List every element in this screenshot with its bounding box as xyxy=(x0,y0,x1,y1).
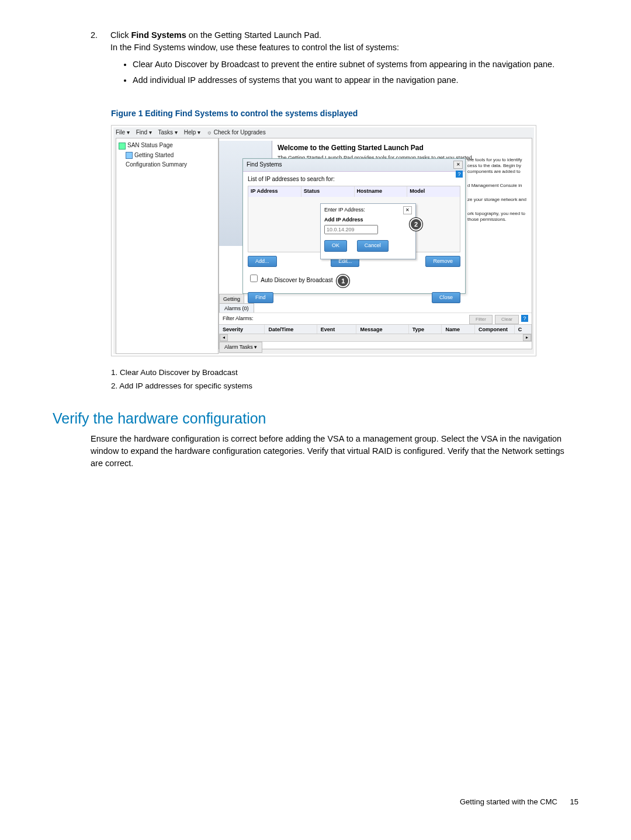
section-heading: Verify the hardware configuration xyxy=(53,408,578,429)
auto-discover-label: Auto Discover by Broadcast xyxy=(261,277,332,283)
navigation-pane: SAN Status Page Getting Started Configur… xyxy=(116,138,219,354)
menu-find[interactable]: Find ▾ xyxy=(136,129,152,136)
getting-started-icon xyxy=(126,152,133,159)
col-status: Status xyxy=(301,186,355,197)
menu-tasks[interactable]: Tasks ▾ xyxy=(158,129,178,136)
tip-2: d Management Console in xyxy=(467,183,529,189)
remove-button[interactable]: Remove xyxy=(425,256,460,267)
step-text-line2: In the Find Systems window, use these fe… xyxy=(110,43,399,52)
scroll-left-icon[interactable]: ◂ xyxy=(220,334,228,341)
filter-label: Filter Alarms: xyxy=(223,315,254,321)
screenshot-figure: File ▾ Find ▾ Tasks ▾ Help ▾ ☼ Check for… xyxy=(111,125,536,356)
page-number: 15 xyxy=(570,797,578,806)
horizontal-scrollbar[interactable]: ◂ ▸ xyxy=(219,334,532,342)
nav-label-2: Getting Started xyxy=(134,152,174,158)
step-list: 2. Click Find Systems on the Getting Sta… xyxy=(91,29,578,97)
tip-4: ork topography, you need to those permis… xyxy=(467,211,529,223)
welcome-title: Welcome to the Getting Started Launch Pa… xyxy=(278,143,532,153)
enter-ip-bold: Add IP Address xyxy=(324,216,412,224)
step-2: 2. Click Find Systems on the Getting Sta… xyxy=(91,29,578,97)
section-body: Ensure the hardware configuration is cor… xyxy=(91,433,578,470)
step-text-bold: Find Systems xyxy=(131,30,186,40)
ip-list-label: List of IP addresses to search for: xyxy=(248,176,335,182)
step-bullets: Clear Auto Discover by Broadcast to prev… xyxy=(110,58,578,86)
step-text-a: Click xyxy=(110,30,131,40)
auto-discover-checkbox[interactable] xyxy=(250,275,258,282)
enter-ip-title: Enter IP Address: ✕ xyxy=(324,206,412,214)
find-systems-title: Find Systems ✕ ? xyxy=(243,159,465,172)
figure-legend: 1. Clear Auto Discover by Broadcast 2. A… xyxy=(111,367,578,391)
find-systems-help-icon[interactable]: ? xyxy=(456,171,463,178)
callout-1: 1 xyxy=(337,275,349,287)
enter-ip-close-icon[interactable]: ✕ xyxy=(403,206,412,214)
figure-caption: Figure 1 Editing Find Systems to control… xyxy=(111,107,578,119)
add-button[interactable]: Add... xyxy=(248,256,277,267)
legend-1: 1. Clear Auto Discover by Broadcast xyxy=(111,367,578,379)
clear-filter-button[interactable]: Clear xyxy=(495,315,519,324)
step-body: Click Find Systems on the Getting Starte… xyxy=(110,29,578,97)
nav-label-3: Configuration Summary xyxy=(126,161,187,168)
col-model: Model xyxy=(407,186,460,197)
menu-check-upgrades[interactable]: ☼ Check for Upgrades xyxy=(207,129,266,136)
scroll-right-icon[interactable]: ▸ xyxy=(523,334,531,341)
footer-text: Getting started with the CMC xyxy=(460,797,557,806)
tip-1: the tools for you to identify cess to th… xyxy=(467,157,529,175)
find-systems-close-icon[interactable]: ✕ xyxy=(453,161,463,169)
col-hostname: Hostname xyxy=(355,186,408,197)
nav-san-status[interactable]: SAN Status Page xyxy=(117,141,217,151)
menubar: File ▾ Find ▾ Tasks ▾ Help ▾ ☼ Check for… xyxy=(113,127,534,138)
nav-label-1: SAN Status Page xyxy=(127,142,173,148)
enter-ip-dialog: Enter IP Address: ✕ Add IP Address 2 OK … xyxy=(320,203,416,259)
menu-help[interactable]: Help ▾ xyxy=(184,129,200,136)
tip-3: ze your storage network and xyxy=(467,197,529,203)
find-systems-dialog: Find Systems ✕ ? List of IP addresses to… xyxy=(242,158,466,294)
page-footer: Getting started with the CMC 15 xyxy=(53,797,578,808)
col-ip: IP Address xyxy=(248,186,301,197)
ip-address-input[interactable] xyxy=(324,225,378,234)
menu-file[interactable]: File ▾ xyxy=(116,129,130,136)
alarms-help-icon[interactable]: ? xyxy=(521,315,528,322)
bullet-2: Add individual IP addresses of systems t… xyxy=(133,74,578,86)
legend-2: 2. Add IP addresses for specific systems xyxy=(111,380,578,392)
main-area: Welcome to the Getting Started Launch Pa… xyxy=(219,138,532,349)
ok-button[interactable]: OK xyxy=(324,240,347,251)
step-text-c: on the Getting Started Launch Pad. xyxy=(186,30,321,40)
find-systems-title-text: Find Systems xyxy=(247,161,282,168)
enter-ip-title-text: Enter IP Address: xyxy=(324,207,365,213)
find-button[interactable]: Find xyxy=(248,292,273,303)
nav-config-summary[interactable]: Configuration Summary xyxy=(117,160,217,170)
close-button[interactable]: Close xyxy=(432,292,460,303)
alarm-tasks-button[interactable]: Alarm Tasks ▾ xyxy=(219,342,262,353)
san-status-icon xyxy=(119,143,126,150)
tip-fragments: the tools for you to identify cess to th… xyxy=(467,157,529,231)
step-number: 2. xyxy=(91,29,110,97)
filter-button[interactable]: Filter xyxy=(469,315,493,324)
cancel-button[interactable]: Cancel xyxy=(357,240,389,251)
nav-getting-started[interactable]: Getting Started xyxy=(117,151,217,161)
bullet-1: Clear Auto Discover by Broadcast to prev… xyxy=(133,58,578,71)
